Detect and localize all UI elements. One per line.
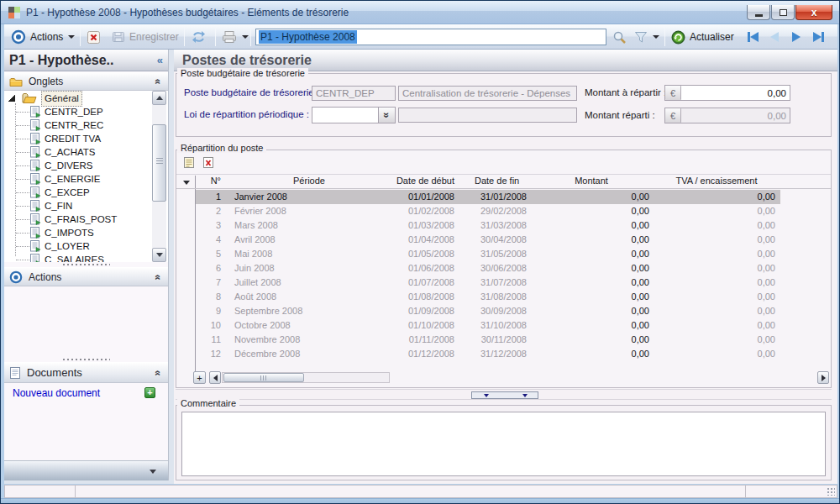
scrollbar-thumb[interactable] [152, 124, 166, 202]
tree-item[interactable]: CREDIT TVA [4, 132, 168, 145]
title-bar[interactable]: P1 - Hypothèse 2008 - Hypothèses budgéta… [1, 1, 839, 24]
column-header-debut[interactable]: Date de début [384, 176, 458, 190]
section-header-actions[interactable]: Actions « [4, 267, 168, 286]
loi-combobox[interactable]: » [312, 107, 396, 123]
table-row[interactable]: 10Octobre 200801/10/200831/10/20080,000,… [176, 318, 831, 333]
next-icon [792, 32, 801, 42]
tree-scrollbar[interactable] [152, 91, 166, 262]
tree-item[interactable]: C_SALAIRES [4, 253, 168, 262]
tree-item[interactable]: CENTR_DEP [4, 105, 168, 118]
scroll-up-button[interactable] [152, 91, 166, 105]
table-row[interactable]: 12Décembre 200801/12/200831/12/20080,000… [176, 347, 831, 361]
add-row-button[interactable] [180, 154, 197, 171]
combo-dropdown-button[interactable]: » [378, 108, 395, 123]
maximize-button[interactable] [771, 5, 795, 20]
collapse-section-icon[interactable]: « [153, 79, 165, 85]
table-row[interactable]: 4Avril 200801/04/200830/04/20080,000,00 [176, 233, 831, 247]
scroll-down-button[interactable] [152, 248, 166, 262]
montant-reparti-field: € 0,00 [664, 108, 790, 123]
cell-montant: 0,00 [530, 190, 653, 204]
filter-button[interactable] [634, 24, 659, 50]
splitter-collapse-control[interactable] [471, 391, 538, 399]
refresh-list-button[interactable]: Actualiser [671, 24, 734, 50]
table-row[interactable]: 11Novembre 200801/11/200830/11/20080,000… [176, 333, 831, 347]
column-header-tva[interactable]: TVA / encaissement [653, 176, 780, 190]
collapse-section-icon[interactable]: « [153, 370, 165, 375]
main-panel: Postes de trésorerie Poste budgétaire de… [174, 50, 837, 484]
hscroll-track[interactable] [222, 372, 390, 383]
tree-item[interactable]: C_DIVERS [4, 159, 168, 172]
table-row[interactable]: 6Juin 200801/06/200830/06/20080,000,00 [176, 261, 831, 276]
row-filler [780, 233, 831, 247]
horizontal-splitter[interactable] [176, 389, 832, 400]
cell-periode: Avril 2008 [226, 233, 384, 247]
save-button[interactable]: Enregistrer [112, 24, 179, 50]
cell-debut: 01/05/2008 [384, 247, 458, 261]
euro-icon[interactable]: € [665, 86, 681, 100]
table-row[interactable]: 5Mai 200801/05/200831/05/20080,000,00 [176, 247, 831, 261]
add-line-button[interactable]: + [193, 371, 206, 384]
section-header-onglets[interactable]: Onglets « [4, 72, 168, 91]
commentaire-textarea[interactable] [181, 412, 826, 476]
table-row[interactable]: 8Août 200801/08/200831/08/20080,000,00 [176, 290, 831, 304]
actions-menu-button[interactable]: Actions [11, 24, 75, 50]
tree-expander-icon[interactable] [8, 95, 15, 102]
hscroll-thumb[interactable] [223, 373, 304, 382]
new-document-link[interactable]: Nouveau document [13, 387, 100, 399]
delete-row-button[interactable] [199, 154, 217, 171]
search-button[interactable] [612, 24, 627, 50]
montant-reparti-label: Montant réparti : [585, 110, 655, 120]
delete-record-button[interactable] [87, 24, 101, 50]
column-header-montant[interactable]: Montant [530, 176, 653, 190]
table-row[interactable]: 7Juillet 200801/07/200831/07/20080,000,0… [176, 276, 831, 290]
collapse-section-icon[interactable]: « [153, 274, 165, 280]
scroll-right-button[interactable] [817, 371, 829, 384]
print-button[interactable] [222, 24, 249, 50]
row-filler [780, 261, 831, 276]
minimize-button[interactable] [747, 5, 770, 20]
filter-icon [634, 31, 648, 44]
tree-item[interactable]: C_LOYER [4, 239, 168, 253]
tree-item[interactable]: C_FRAIS_POST [4, 213, 168, 226]
maximize-icon [780, 9, 787, 16]
column-header-periode[interactable]: Période [226, 176, 384, 190]
tree-item[interactable]: C_IMPOTS [4, 226, 168, 239]
tree-item-label: CENTR_DEP [45, 107, 103, 117]
cell-n: 9 [196, 304, 226, 318]
table-row[interactable]: 2Février 200801/02/200829/02/20080,000,0… [176, 204, 831, 218]
tree-root-node[interactable]: Général [4, 91, 168, 105]
scroll-left-button[interactable] [209, 371, 221, 384]
table-row[interactable]: 3Mars 200801/03/200831/03/20080,000,00 [176, 218, 831, 233]
montant-a-repartir-field[interactable]: € 0,00 [664, 85, 790, 101]
window-title: P1 - Hypothèse 2008 - Hypothèses budgéta… [26, 7, 349, 18]
tree-item[interactable]: C_FIN [4, 199, 168, 213]
collapse-down-icon [522, 394, 528, 397]
tree-item[interactable]: CENTR_REC [4, 118, 168, 132]
resize-grip[interactable] [827, 488, 835, 496]
tree-item[interactable]: C_ENERGIE [4, 172, 168, 186]
collapse-panel-icon[interactable]: « [157, 54, 163, 66]
column-header-fin[interactable]: Date de fin [458, 176, 530, 190]
add-document-button[interactable]: + [144, 387, 155, 398]
previous-record-button[interactable] [765, 29, 784, 45]
table-header[interactable]: N° Période Date de début Date de fin Mon… [176, 176, 831, 189]
refresh-record-button[interactable] [192, 24, 206, 50]
table-row[interactable]: 1Janvier 200801/01/200831/01/20080,000,0… [176, 190, 831, 204]
close-button[interactable]: x [795, 5, 832, 20]
record-title-input[interactable]: P1 - Hypothèse 2008 [255, 29, 606, 45]
tree-item[interactable]: C_EXCEP [4, 186, 168, 199]
next-record-button[interactable] [787, 29, 806, 45]
row-marker-cell [176, 276, 196, 290]
tree-item-label: C_LOYER [45, 241, 90, 251]
grid-toolbar [176, 150, 831, 175]
section-header-documents[interactable]: Documents « [4, 362, 168, 383]
tree-item[interactable]: C_ACHATS [4, 145, 168, 159]
first-record-button[interactable] [743, 29, 762, 45]
sidebar-bottom-bar[interactable] [4, 460, 168, 480]
minimize-icon [755, 14, 763, 17]
last-record-button[interactable] [809, 29, 827, 45]
table-row[interactable]: 9Septembre 200801/09/200830/09/20080,000… [176, 304, 831, 318]
row-marker-cell [176, 318, 196, 333]
content-area: P1 - Hypothèse.. « Onglets « Général [4, 50, 837, 484]
column-header-n[interactable]: N° [196, 176, 226, 190]
